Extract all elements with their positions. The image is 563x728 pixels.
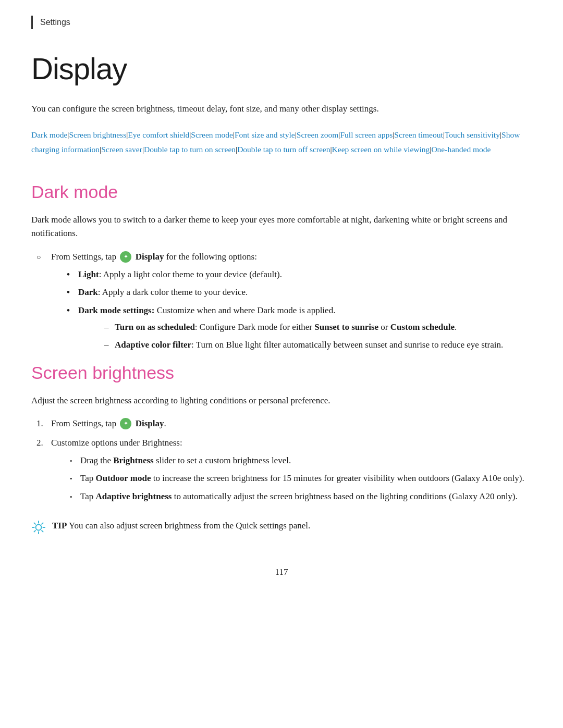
brightness-adaptive: Tap Adaptive brightness to automatically… [70, 490, 532, 503]
display-label-2: Display [136, 418, 164, 428]
brightness-sub-options: Drag the Brightness slider to set a cust… [70, 454, 532, 503]
brightness-step-1: From Settings, tap Display. [36, 417, 532, 430]
brightness-drag: Drag the Brightness slider to set a cust… [70, 454, 532, 467]
screen-brightness-description: Adjust the screen brightness according t… [31, 394, 532, 408]
dark-mode-option-light: Light: Apply a light color theme to your… [67, 268, 532, 281]
page-footer: 117 [31, 565, 532, 579]
toc-link-full-screen[interactable]: Full screen apps [340, 130, 393, 139]
toc-link-touch-sensitivity[interactable]: Touch sensitivity [445, 130, 500, 139]
svg-line-7 [42, 523, 43, 524]
from-settings-prefix: From Settings, tap [51, 252, 118, 262]
toc-link-screen-mode[interactable]: Screen mode [191, 130, 232, 139]
dark-mode-scheduled: Turn on as scheduled: Configure Dark mod… [104, 320, 532, 334]
tip-text: You can also adjust screen brightness fr… [67, 521, 310, 530]
toc-link-screen-saver[interactable]: Screen saver [101, 145, 142, 154]
toc-links: Dark mode|Screen brightness|Eye comfort … [31, 128, 532, 157]
toc-link-screen-timeout[interactable]: Screen timeout [394, 130, 443, 139]
svg-point-0 [36, 525, 42, 530]
brightness-outdoor: Tap Outdoor mode to increase the screen … [70, 472, 532, 485]
toc-link-screen-brightness[interactable]: Screen brightness [69, 130, 126, 139]
toc-link-dark-mode[interactable]: Dark mode [31, 130, 67, 139]
tip-box: TIP You can also adjust screen brightnes… [31, 519, 532, 539]
dark-mode-sub-options: Turn on as scheduled: Configure Dark mod… [104, 320, 532, 352]
toc-link-eye-comfort[interactable]: Eye comfort shield [128, 130, 189, 139]
step1-prefix: From Settings, tap [51, 418, 118, 428]
svg-line-5 [34, 523, 35, 524]
screen-brightness-section-title: Screen brightness [31, 359, 532, 387]
settings-icon-2 [120, 418, 131, 429]
toc-link-font-size[interactable]: Font size and style [235, 130, 295, 139]
dark-mode-adaptive: Adaptive color filter: Turn on Blue ligh… [104, 338, 532, 352]
toc-link-double-tap-off[interactable]: Double tap to turn off screen [237, 145, 330, 154]
dark-mode-options: Light: Apply a light color theme to your… [67, 268, 532, 352]
dark-mode-step-1: From Settings, tap Display for the follo… [36, 250, 532, 352]
brightness-step-2: Customize options under Brightness: Drag… [36, 436, 532, 503]
intro-text: You can configure the screen brightness,… [31, 102, 532, 116]
toc-link-keep-screen-on[interactable]: Keep screen on while viewing [332, 145, 430, 154]
toc-link-double-tap-on[interactable]: Double tap to turn on screen [144, 145, 236, 154]
dark-mode-option-dark: Dark: Apply a dark color theme to your d… [67, 286, 532, 299]
breadcrumb: Settings [31, 16, 532, 29]
settings-icon-1 [120, 251, 131, 263]
tip-label: TIP [52, 521, 67, 530]
dark-mode-option-settings: Dark mode settings: Customize when and w… [67, 304, 532, 352]
dark-mode-steps: From Settings, tap Display for the follo… [36, 250, 532, 352]
page-title: Display [31, 45, 532, 93]
dark-mode-section-title: Dark mode [31, 178, 532, 206]
dark-mode-description: Dark mode allows you to switch to a dark… [31, 213, 532, 241]
toc-link-screen-zoom[interactable]: Screen zoom [297, 130, 338, 139]
svg-line-8 [34, 530, 35, 532]
svg-line-6 [42, 530, 43, 532]
tip-icon [31, 520, 46, 539]
screen-brightness-steps: From Settings, tap Display. Customize op… [36, 417, 532, 503]
page-number: 117 [275, 567, 288, 577]
toc-link-one-handed[interactable]: One-handed mode [431, 145, 491, 154]
display-label-1: Display [136, 252, 164, 262]
from-settings-suffix: for the following options: [164, 252, 256, 262]
tip-content: TIP You can also adjust screen brightnes… [52, 519, 310, 533]
